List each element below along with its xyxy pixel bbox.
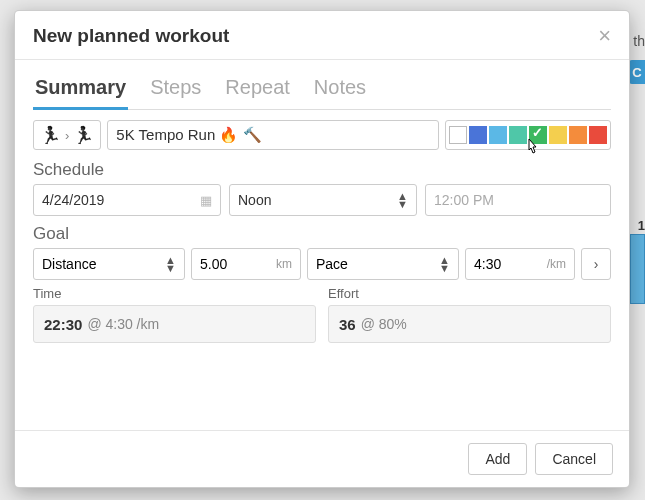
color-teal[interactable] <box>509 126 527 144</box>
bg-number: 1 <box>632 218 645 231</box>
calendar-icon: ▦ <box>200 193 212 208</box>
bg-text-fragment: th <box>633 33 645 49</box>
goal-row: Distance ▲▼ 5.00 km Pace ▲▼ 4:30 /km › <box>33 248 611 280</box>
color-orange[interactable] <box>569 126 587 144</box>
tab-notes[interactable]: Notes <box>312 70 368 109</box>
goal-label: Goal <box>33 224 611 244</box>
tab-repeat[interactable]: Repeat <box>223 70 292 109</box>
time-option-value: Noon <box>238 192 271 208</box>
schedule-label: Schedule <box>33 160 611 180</box>
goal-value-2-input[interactable]: 4:30 /km <box>465 248 575 280</box>
close-icon[interactable]: × <box>598 25 611 47</box>
runner-icon: 🏃 <box>73 125 94 146</box>
color-red[interactable] <box>589 126 607 144</box>
color-yellow[interactable] <box>549 126 567 144</box>
expand-button[interactable]: › <box>581 248 611 280</box>
color-white[interactable] <box>449 126 467 144</box>
modal-body: Summary Steps Repeat Notes 🏃 › 🏃 <box>15 60 629 430</box>
goal-unit-1: km <box>276 257 292 271</box>
goal-value-1-input[interactable]: 5.00 km <box>191 248 301 280</box>
goal-value-1: 5.00 <box>200 256 227 272</box>
goal-unit-2: /km <box>547 257 566 271</box>
chevron-right-icon: › <box>65 128 69 143</box>
goal-type-2-select[interactable]: Pace ▲▼ <box>307 248 459 280</box>
color-green[interactable] <box>529 126 547 144</box>
effort-box: 36 @ 80% <box>328 305 611 343</box>
color-picker <box>445 120 611 150</box>
name-row: 🏃 › 🏃 <box>33 120 611 150</box>
time-box: 22:30 @ 4:30 /km <box>33 305 316 343</box>
time-select[interactable]: Noon ▲▼ <box>229 184 417 216</box>
cancel-button[interactable]: Cancel <box>535 443 613 475</box>
select-caret-icon: ▲▼ <box>439 256 450 272</box>
color-blue[interactable] <box>469 126 487 144</box>
effort-value: 36 <box>339 316 356 333</box>
select-caret-icon: ▲▼ <box>165 256 176 272</box>
effort-label: Effort <box>328 286 611 301</box>
tab-summary[interactable]: Summary <box>33 70 128 110</box>
goal-type-1-select[interactable]: Distance ▲▼ <box>33 248 185 280</box>
time-effort-row: Time 22:30 @ 4:30 /km Effort 36 @ 80% <box>33 286 611 343</box>
time-suffix: @ 4:30 /km <box>87 316 159 332</box>
time-value: 22:30 <box>44 316 82 333</box>
runner-icon: 🏃 <box>40 125 61 146</box>
tab-steps[interactable]: Steps <box>148 70 203 109</box>
goal-type-2-value: Pace <box>316 256 348 272</box>
workout-name-input[interactable] <box>107 120 439 150</box>
goal-value-2: 4:30 <box>474 256 501 272</box>
time-label: Time <box>33 286 316 301</box>
effort-col: Effort 36 @ 80% <box>328 286 611 343</box>
goal-type-1-value: Distance <box>42 256 96 272</box>
bg-button-fragment: C <box>629 60 645 84</box>
activity-selector[interactable]: 🏃 › 🏃 <box>33 120 101 150</box>
modal-header: New planned workout × <box>15 11 629 60</box>
date-value: 4/24/2019 <box>42 192 104 208</box>
add-button[interactable]: Add <box>468 443 527 475</box>
time-col: Time 22:30 @ 4:30 /km <box>33 286 316 343</box>
bg-calendar-cell <box>630 234 645 304</box>
color-light-blue[interactable] <box>489 126 507 144</box>
time-display: 12:00 PM <box>425 184 611 216</box>
schedule-row: 4/24/2019 ▦ Noon ▲▼ 12:00 PM <box>33 184 611 216</box>
tab-bar: Summary Steps Repeat Notes <box>33 70 611 110</box>
chevron-right-icon: › <box>594 256 599 272</box>
modal-footer: Add Cancel <box>15 430 629 487</box>
select-caret-icon: ▲▼ <box>397 192 408 208</box>
effort-suffix: @ 80% <box>361 316 407 332</box>
new-workout-modal: New planned workout × Summary Steps Repe… <box>14 10 630 488</box>
date-input[interactable]: 4/24/2019 ▦ <box>33 184 221 216</box>
modal-title: New planned workout <box>33 25 229 47</box>
